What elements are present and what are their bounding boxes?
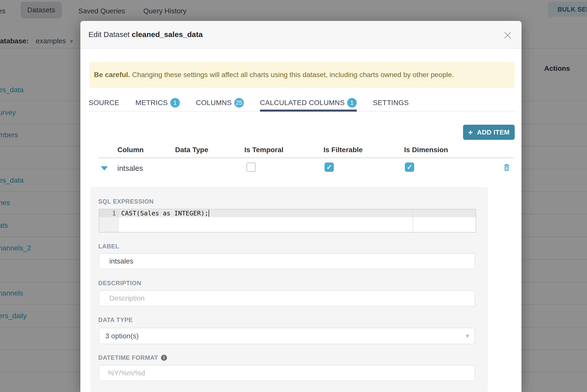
- info-icon[interactable]: i: [161, 355, 167, 361]
- collapse-caret-icon[interactable]: [101, 166, 108, 171]
- tab-label: METRICS: [136, 99, 168, 107]
- is-temporal-checkbox[interactable]: [246, 162, 256, 172]
- plus-icon: +: [468, 128, 473, 137]
- tab-columns[interactable]: COLUMNS25: [196, 94, 244, 111]
- text-cursor: [209, 210, 209, 217]
- tab-calculated-columns[interactable]: CALCULATED COLUMNS1: [260, 94, 357, 111]
- description-input[interactable]: [99, 290, 475, 306]
- sql-editor[interactable]: 1 CAST(Sales as INTEGER);: [99, 209, 476, 233]
- description-field-label: DESCRIPTION: [98, 280, 141, 287]
- tab-label: SETTINGS: [373, 99, 409, 107]
- data-type-select[interactable]: 3 option(s) ▾: [99, 328, 475, 344]
- data-type-field-label: DATA TYPE: [98, 316, 133, 323]
- divider: [98, 157, 513, 158]
- datetime-format-input[interactable]: [99, 365, 475, 381]
- chevron-down-icon: ▾: [466, 332, 469, 340]
- label-field-label: LABEL: [98, 243, 119, 250]
- modal-title: Edit Dataset cleaned_sales_data: [88, 30, 203, 39]
- tab-settings[interactable]: SETTINGS: [373, 94, 409, 111]
- add-item-button[interactable]: + ADD ITEM: [463, 125, 515, 140]
- print-margin-line: [413, 209, 413, 232]
- is-filterable-checkbox[interactable]: ✓: [324, 162, 334, 172]
- column-header-data-type: Data Type: [175, 146, 208, 154]
- edit-dataset-modal: Edit Dataset cleaned_sales_data Be caref…: [80, 21, 521, 392]
- warning-banner: Be careful.Changing these settings will …: [89, 62, 515, 88]
- tab-label: SOURCE: [89, 99, 119, 107]
- tab-metrics[interactable]: METRICS1: [136, 94, 180, 111]
- column-header-is-temporal: Is Temporal: [244, 146, 283, 154]
- tab-count-badge: 1: [170, 98, 180, 108]
- calculated-column-detail-card: SQL EXPRESSION 1 CAST(Sales as INTEGER);…: [90, 187, 488, 392]
- tab-label: CALCULATED COLUMNS: [260, 99, 345, 107]
- column-header-is-dimension: Is Dimension: [404, 146, 448, 154]
- tab-count-badge: 1: [347, 98, 357, 108]
- delete-icon[interactable]: [504, 164, 509, 172]
- tab-count-badge: 25: [234, 98, 244, 108]
- datetime-format-field-label: DATETIME FORMAT i: [98, 354, 167, 361]
- column-name: intsales: [117, 164, 143, 173]
- modal-tab-bar: SOURCEMETRICS1COLUMNS25CALCULATED COLUMN…: [89, 94, 515, 112]
- close-icon[interactable]: [503, 31, 512, 40]
- line-number: 1: [99, 209, 116, 217]
- is-dimension-checkbox[interactable]: ✓: [405, 162, 414, 172]
- sql-code: CAST(Sales as INTEGER);: [121, 209, 209, 217]
- label-input[interactable]: [99, 253, 475, 269]
- column-header-column: Column: [117, 146, 144, 154]
- modal-header: Edit Dataset cleaned_sales_data: [80, 21, 521, 49]
- dataset-name: cleaned_sales_data: [132, 30, 203, 39]
- tab-source[interactable]: SOURCE: [89, 94, 119, 111]
- sql-expression-label: SQL EXPRESSION: [98, 198, 154, 205]
- tab-label: COLUMNS: [196, 99, 232, 107]
- column-header-is-filterable: Is Filterable: [323, 146, 363, 154]
